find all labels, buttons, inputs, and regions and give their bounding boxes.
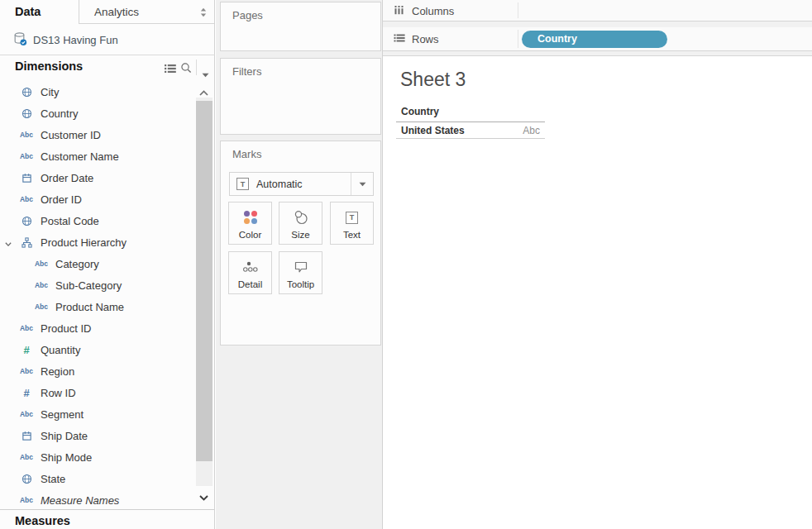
detail-button[interactable]: Detail [228, 251, 272, 294]
field-category[interactable]: AbcCategory [0, 253, 195, 274]
field-label: Row ID [41, 387, 76, 399]
field-label: Customer ID [41, 129, 101, 141]
columns-shelf[interactable]: Columns [383, 0, 812, 21]
number-icon: # [18, 344, 35, 356]
measures-section: Measures [0, 509, 214, 529]
pages-shelf-title: Pages [232, 9, 263, 21]
text-mark-icon: T [236, 178, 249, 190]
sheet-canvas: Sheet 3 Country United StatesAbc [383, 55, 812, 529]
mark-button-label: Size [279, 230, 322, 240]
dropdown-arrow-button[interactable] [351, 173, 373, 195]
color-button[interactable]: Color [228, 202, 272, 245]
field-order-id[interactable]: AbcOrder ID [0, 188, 195, 210]
divider [518, 30, 518, 48]
text-button[interactable]: TText [330, 202, 374, 245]
tab-analytics[interactable]: Analytics [79, 0, 214, 24]
globe-icon [18, 216, 35, 226]
field-row-id[interactable]: #Row ID [0, 382, 195, 403]
chevron-down-icon[interactable] [202, 66, 209, 81]
field-measure-names[interactable]: AbcMeasure Names [0, 489, 195, 511]
field-label: Country [41, 107, 79, 120]
hierarchy-icon [18, 237, 35, 248]
pages-shelf[interactable]: Pages [220, 2, 381, 51]
cell-placeholder[interactable]: Abc [510, 125, 540, 136]
cards-column: Pages Filters Marks T Automatic ColorSiz… [216, 0, 382, 529]
abc-icon: Abc [18, 324, 35, 332]
abc-icon: Abc [33, 303, 50, 311]
field-label: Customer Name [41, 150, 119, 163]
field-postal-code[interactable]: Postal Code [0, 210, 195, 231]
field-ship-date[interactable]: Ship Date [0, 425, 195, 446]
field-order-date[interactable]: Order Date [0, 167, 195, 188]
abc-icon: Abc [18, 367, 35, 375]
field-label: Segment [41, 408, 84, 421]
rows-pills: Country [522, 27, 667, 50]
field-customer-id[interactable]: AbcCustomer ID [0, 124, 195, 145]
abc-icon: Abc [18, 410, 35, 418]
abc-icon: Abc [33, 281, 50, 289]
datasource-name: DS13 Having Fun [33, 34, 118, 46]
field-product-id[interactable]: AbcProduct ID [0, 317, 195, 339]
field-label: Order ID [41, 193, 82, 206]
field-region[interactable]: AbcRegion [0, 360, 195, 382]
globe-icon [18, 474, 35, 484]
field-product-hierarchy[interactable]: Product Hierarchy [0, 231, 195, 253]
field-label: Region [41, 365, 74, 378]
field-label: City [41, 86, 59, 98]
tab-data[interactable]: Data [15, 5, 41, 18]
field-sub-category[interactable]: AbcSub-Category [0, 274, 195, 296]
field-product-name[interactable]: AbcProduct Name [0, 296, 195, 317]
view-as-list-icon[interactable] [165, 62, 176, 77]
date-icon [18, 173, 35, 183]
field-ship-mode[interactable]: AbcShip Mode [0, 446, 195, 468]
measures-header: Measures [15, 514, 70, 527]
datasource-item[interactable]: DS13 Having Fun [13, 31, 118, 49]
search-icon[interactable] [180, 62, 192, 77]
mark-type-dropdown[interactable]: T Automatic [229, 172, 374, 196]
filters-shelf[interactable]: Filters [220, 58, 381, 135]
marks-card: Marks T Automatic ColorSizeTTextDetailTo… [220, 141, 381, 346]
divider [518, 2, 518, 18]
mark-type-value: Automatic [256, 179, 351, 190]
field-state[interactable]: State [0, 468, 195, 489]
table-field-label[interactable]: Country [401, 106, 439, 117]
color-dots-icon [244, 211, 257, 224]
pill-country[interactable]: Country [522, 31, 667, 48]
field-label: Measure Names [41, 494, 119, 507]
field-customer-name[interactable]: AbcCustomer Name [0, 145, 195, 167]
mark-button-label: Text [331, 230, 373, 240]
row-header[interactable]: United States [401, 125, 465, 136]
field-label: State [41, 473, 65, 485]
scrollbar-thumb[interactable] [196, 101, 213, 461]
rows-shelf[interactable]: Rows Country [383, 27, 812, 51]
size-button[interactable]: Size [279, 202, 322, 245]
field-segment[interactable]: AbcSegment [0, 403, 195, 425]
field-label: Ship Mode [41, 451, 92, 464]
field-label: Order Date [41, 172, 93, 184]
field-label: Quantity [41, 344, 80, 356]
filters-shelf-title: Filters [232, 65, 261, 78]
scrollbar-down-icon[interactable] [198, 490, 209, 505]
field-city[interactable]: City [0, 81, 195, 102]
divider [196, 60, 197, 75]
data-pane: Data Analytics DS13 Having Fun Dimension… [0, 0, 215, 529]
divider [0, 55, 215, 55]
database-icon [13, 31, 27, 49]
detail-icon [229, 258, 271, 276]
abc-icon: Abc [33, 260, 50, 268]
field-label: Product Name [55, 301, 124, 313]
tooltip-button[interactable]: Tooltip [279, 251, 322, 294]
tooltip-icon [279, 258, 322, 276]
field-country[interactable]: Country [0, 102, 195, 124]
tab-analytics-label: Analytics [94, 6, 139, 18]
field-quantity[interactable]: #Quantity [0, 339, 195, 360]
marks-card-title: Marks [232, 148, 261, 160]
dimensions-header: Dimensions [15, 60, 83, 73]
sheet-title: Sheet 3 [400, 69, 466, 91]
chevron-down-icon[interactable] [4, 238, 12, 250]
abc-icon: Abc [18, 496, 35, 504]
table-row-rule [396, 138, 545, 139]
tableau-workspace: Data Analytics DS13 Having Fun Dimension… [0, 0, 812, 529]
field-label: Product ID [41, 322, 91, 335]
text-icon: T [331, 208, 373, 226]
